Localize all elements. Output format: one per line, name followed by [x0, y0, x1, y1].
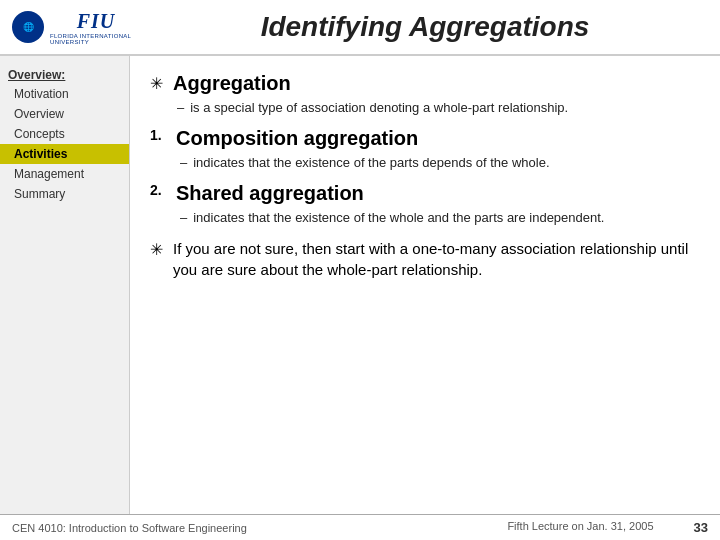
header: 🌐 FIU FLORIDA INTERNATIONAL UNIVERSITY I… [0, 0, 720, 56]
logo-circle-text: 🌐 [23, 22, 34, 32]
footer: CEN 4010: Introduction to Software Engin… [0, 514, 720, 540]
sidebar-section-label: Overview: [0, 64, 129, 84]
footer-right: Fifth Lecture on Jan. 31, 2005 33 [507, 520, 708, 535]
aggregation-content: Aggregation – is a special type of assoc… [173, 72, 700, 117]
bullet-number-1: 1. [150, 127, 166, 143]
dash-3: – [180, 210, 187, 225]
composition-heading: Composition aggregation [176, 127, 700, 150]
dash-2: – [180, 155, 187, 170]
sidebar: Overview: Motivation Overview Concepts A… [0, 56, 130, 514]
composition-section: 1. Composition aggregation – indicates t… [150, 127, 700, 172]
aggregation-heading: Aggregation [173, 72, 700, 95]
shared-sub-text: indicates that the existence of the whol… [193, 209, 700, 227]
sidebar-item-motivation[interactable]: Motivation [0, 84, 129, 104]
aggregation-sub: – is a special type of association denot… [177, 99, 700, 117]
bullet-star-1: ✳ [150, 74, 163, 93]
fiu-logo: FIU FLORIDA INTERNATIONAL UNIVERSITY [50, 10, 142, 45]
note-section: ✳ If you are not sure, then start with a… [150, 238, 700, 282]
footer-course: CEN 4010: Introduction to Software Engin… [12, 522, 247, 534]
sidebar-item-management[interactable]: Management [0, 164, 129, 184]
shared-sub: – indicates that the existence of the wh… [180, 209, 700, 227]
composition-content: Composition aggregation – indicates that… [176, 127, 700, 172]
aggregation-sub-text: is a special type of association denotin… [190, 99, 700, 117]
aggregation-section: ✳ Aggregation – is a special type of ass… [150, 72, 700, 117]
logo-area: 🌐 FIU FLORIDA INTERNATIONAL UNIVERSITY [12, 10, 142, 45]
page-number: 33 [694, 520, 708, 535]
note-text: If you are not sure, then start with a o… [173, 240, 688, 279]
fiu-text: FIU [77, 10, 116, 33]
composition-sub-text: indicates that the existence of the part… [193, 154, 700, 172]
dash-1: – [177, 100, 184, 115]
sidebar-item-overview[interactable]: Overview [0, 104, 129, 124]
shared-heading: Shared aggregation [176, 182, 700, 205]
sidebar-item-summary[interactable]: Summary [0, 184, 129, 204]
sidebar-item-activities[interactable]: Activities [0, 144, 129, 164]
main-layout: Overview: Motivation Overview Concepts A… [0, 56, 720, 514]
shared-content: Shared aggregation – indicates that the … [176, 182, 700, 227]
shared-section: 2. Shared aggregation – indicates that t… [150, 182, 700, 227]
logo-circle: 🌐 [12, 11, 44, 43]
footer-lecture: Fifth Lecture on Jan. 31, 2005 [507, 520, 653, 535]
note-content: If you are not sure, then start with a o… [173, 238, 700, 282]
fiu-full-name: FLORIDA INTERNATIONAL UNIVERSITY [50, 33, 142, 45]
sidebar-item-concepts[interactable]: Concepts [0, 124, 129, 144]
composition-sub: – indicates that the existence of the pa… [180, 154, 700, 172]
bullet-number-2: 2. [150, 182, 166, 198]
page-title: Identifying Aggregations [142, 11, 708, 43]
content-area: ✳ Aggregation – is a special type of ass… [130, 56, 720, 514]
bullet-star-2: ✳ [150, 240, 163, 259]
